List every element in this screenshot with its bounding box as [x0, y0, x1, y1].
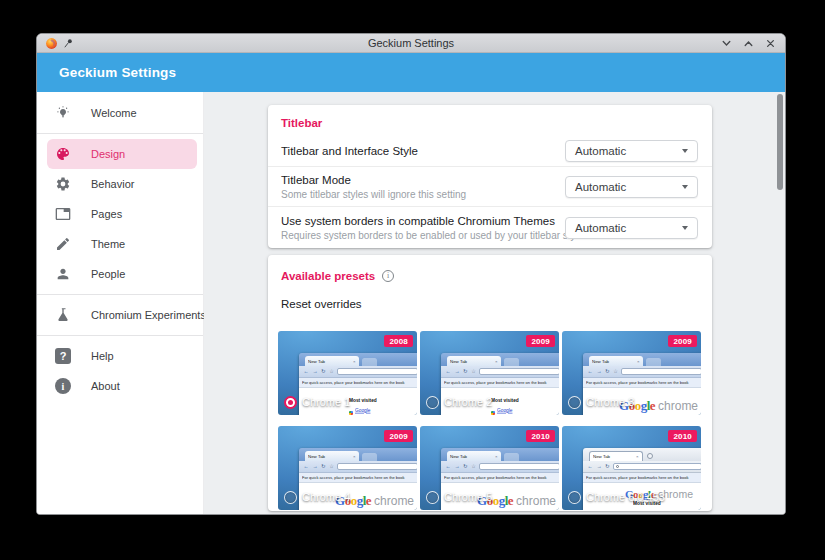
- preset-radio[interactable]: [426, 396, 439, 409]
- section-title-titlebar: Titlebar: [268, 105, 712, 129]
- pages-icon: [55, 206, 71, 222]
- back-icon: ←: [587, 369, 592, 375]
- reload-icon: ↻: [605, 369, 609, 375]
- preset-radio[interactable]: [426, 491, 439, 504]
- sidebar-separator: [37, 294, 203, 295]
- setting-label: Titlebar and Interface Style: [281, 145, 565, 157]
- scrollbar-thumb[interactable]: [777, 94, 783, 190]
- preset-grid: 2008 New Tab × ← → ↻ ☆ For quick access,…: [278, 331, 712, 510]
- mini-tabstrip: New Tab ×: [299, 448, 417, 461]
- reload-icon: ↻: [321, 369, 325, 375]
- close-button[interactable]: [764, 37, 777, 50]
- mini-address-bar: [621, 368, 701, 375]
- star-icon: ☆: [329, 464, 334, 470]
- sidebar-item-theme[interactable]: Theme: [37, 229, 203, 259]
- most-visited-label: Most visited: [349, 398, 377, 403]
- back-icon: ←: [445, 464, 450, 470]
- preset-card-chrome-4[interactable]: 2009 New Tab × ← → ↻ ☆ For quick access,…: [278, 426, 417, 510]
- preset-card-chrome-2[interactable]: 2009 New Tab × ← → ↻ ☆ For quick access,…: [420, 331, 559, 415]
- setting-dropdown[interactable]: Automatic: [565, 217, 698, 239]
- preset-card-chrome-6-0-453[interactable]: 2010 New Tab × ← → ↻ ☆ For quick access,…: [562, 426, 701, 510]
- presets-card: Available presets Reset overrides 2008 N…: [268, 255, 712, 511]
- google-link: Google: [355, 408, 370, 413]
- forward-icon: →: [596, 369, 601, 375]
- sidebar-item-pages[interactable]: Pages: [37, 199, 203, 229]
- sidebar-item-behavior[interactable]: Behavior: [37, 169, 203, 199]
- star-icon: ☆: [471, 464, 476, 470]
- mini-bookmarks-bar: For quick access, place your bookmarks h…: [299, 473, 417, 483]
- mini-bookmarks-bar: For quick access, place your bookmarks h…: [583, 473, 701, 483]
- preset-radio[interactable]: [284, 491, 297, 504]
- preset-radio[interactable]: [568, 491, 581, 504]
- dropdown-value: Automatic: [575, 181, 682, 193]
- sidebar-item-design[interactable]: Design: [47, 139, 197, 169]
- help-icon: [55, 348, 71, 364]
- maximize-button[interactable]: [742, 37, 755, 50]
- mini-toolbar: ← → ↻ ☆: [441, 366, 559, 378]
- setting-dropdown[interactable]: Automatic: [565, 176, 698, 198]
- mini-toolbar: ← → ↻ ☆: [441, 461, 559, 473]
- dropdown-value: Automatic: [575, 222, 682, 234]
- mini-tabstrip: New Tab ×: [583, 353, 701, 366]
- preset-card-chrome-3[interactable]: 2009 New Tab × ← → ↻ ☆ For quick access,…: [562, 331, 701, 415]
- sidebar-item-about[interactable]: About: [37, 371, 203, 401]
- reload-icon: ↻: [463, 464, 467, 470]
- window-titlebar: Geckium Settings: [37, 34, 785, 53]
- back-icon: ←: [445, 369, 450, 375]
- welcome-icon: [55, 105, 71, 121]
- star-icon: ☆: [613, 369, 618, 375]
- sidebar-item-chromium-experiments[interactable]: Chromium Experiments: [37, 300, 203, 330]
- sidebar-item-welcome[interactable]: Welcome: [37, 98, 203, 128]
- reset-overrides-button[interactable]: Reset overrides: [281, 298, 362, 310]
- tab-close-icon: ×: [353, 359, 356, 364]
- setting-row: Titlebar and Interface Style Automatic: [268, 135, 712, 166]
- setting-row: Use system borders in compatible Chromiu…: [268, 206, 712, 249]
- preset-card-chrome-5[interactable]: 2010 New Tab × ← → ↻ ☆ For quick access,…: [420, 426, 559, 510]
- mini-address-bar: [337, 368, 417, 375]
- mini-tabstrip: New Tab ×: [441, 448, 559, 461]
- sidebar-item-help[interactable]: Help: [37, 341, 203, 371]
- tab-close-icon: ×: [637, 359, 640, 364]
- info-icon[interactable]: [382, 270, 394, 282]
- preset-name: Chrome 4: [302, 491, 350, 503]
- star-icon: ☆: [471, 369, 476, 375]
- preset-radio[interactable]: [284, 396, 297, 409]
- window-title: Geckium Settings: [37, 37, 785, 49]
- mini-tab: New Tab ×: [589, 356, 643, 366]
- preset-radio[interactable]: [568, 396, 581, 409]
- section-title-presets: Available presets: [281, 270, 375, 282]
- mini-tab: New Tab ×: [305, 356, 359, 366]
- mini-tab: New Tab ×: [447, 451, 501, 461]
- mini-address-bar: [613, 463, 701, 470]
- mini-tabstrip: New Tab ×: [299, 353, 417, 366]
- mini-toolbar: ← → ↻ ☆: [583, 366, 701, 378]
- tab-close-icon: ×: [636, 454, 639, 459]
- mini-address-bar: [337, 463, 417, 470]
- theme-icon: [55, 236, 71, 252]
- mini-inactive-tab: [504, 358, 519, 366]
- mini-inactive-tab: [504, 453, 519, 461]
- mini-tabstrip: New Tab ×: [583, 448, 701, 461]
- mini-toolbar: ← → ↻ ☆: [299, 366, 417, 378]
- gear-icon: [647, 453, 653, 459]
- settings-rows: Titlebar and Interface Style Automatic T…: [268, 135, 712, 249]
- preset-name: Chrome 6.0.453: [586, 491, 665, 503]
- minimize-button[interactable]: [720, 37, 733, 50]
- sidebar-separator: [37, 133, 203, 134]
- setting-dropdown[interactable]: Automatic: [565, 140, 698, 162]
- mini-bookmarks-bar: For quick access, place your bookmarks h…: [583, 378, 701, 388]
- mini-bookmarks-bar: For quick access, place your bookmarks h…: [299, 378, 417, 388]
- forward-icon: →: [454, 369, 459, 375]
- back-icon: ←: [587, 464, 592, 470]
- chevron-down-icon: [682, 149, 688, 153]
- sidebar-item-people[interactable]: People: [37, 259, 203, 289]
- forward-icon: →: [596, 464, 601, 470]
- mini-inactive-tab: [646, 358, 661, 366]
- chevron-down-icon: [682, 226, 688, 230]
- mini-tab: New Tab ×: [447, 356, 501, 366]
- back-icon: ←: [303, 464, 308, 470]
- people-icon: [55, 266, 71, 282]
- tab-close-icon: ×: [495, 454, 498, 459]
- preset-card-chrome-1[interactable]: 2008 New Tab × ← → ↻ ☆ For quick access,…: [278, 331, 417, 415]
- setting-row: Titlebar Mode Some titlebar styles will …: [268, 166, 712, 206]
